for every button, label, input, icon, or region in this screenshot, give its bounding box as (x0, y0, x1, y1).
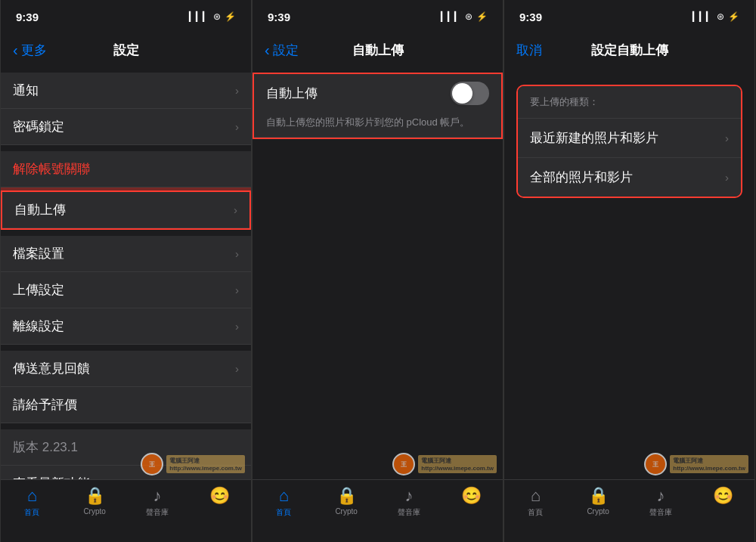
face-icon-1: 😊 (209, 486, 230, 506)
wifi-icon-2: ⊛ (465, 11, 472, 22)
audio-icon-2: ♪ (404, 486, 413, 506)
watermark-text-2: 電腦王阿達 http://www.imepe.com.tw (418, 455, 497, 473)
upload-type-section: 要上傳的種類： 最近新建的照片和影片 › 全部的照片和影片 › (516, 85, 742, 198)
nav-title-3: 設定自動上傳 (591, 42, 668, 59)
nav-title-1: 設定 (113, 42, 139, 59)
crypto-icon-2: 🔒 (336, 486, 357, 506)
tab-crypto-2[interactable]: 🔒 Crypto (315, 486, 378, 516)
home-label-2: 首頁 (276, 507, 291, 518)
status-time-2: 9:39 (268, 11, 290, 23)
watermark-3: 王 電腦王阿達 http://www.imepe.com.tw (644, 453, 748, 475)
toggle-switch[interactable] (451, 82, 489, 105)
phone-screen-3: 9:39 ▎▎▎ ⊛ ⚡ 取消 設定自動上傳 要上傳的種類： 最近新建的照片和影… (503, 0, 755, 542)
tab-bar-1: ⌂ 首頁 🔒 Crypto ♪ 聲音庫 😊 (1, 479, 251, 542)
crypto-label-2: Crypto (335, 507, 357, 516)
signal-icon-3: ▎▎▎ (692, 11, 713, 22)
uploadsettings-chevron: › (235, 283, 239, 296)
tab-audio-2[interactable]: ♪ 聲音庫 (378, 486, 441, 518)
feedback-label: 傳送意見回饋 (13, 360, 90, 377)
upload-type-header: 要上傳的種類： (518, 86, 741, 118)
battery-icon: ⚡ (225, 11, 236, 22)
audio-label-3: 聲音庫 (649, 507, 672, 518)
offlinesettings-chevron: › (235, 320, 239, 333)
cancel-button[interactable]: 取消 (516, 42, 542, 59)
home-label-1: 首頁 (24, 507, 39, 518)
status-icons-3: ▎▎▎ ⊛ ⚡ (692, 11, 739, 22)
section-files: 檔案設置 › 上傳設定 › 離線設定 › (1, 236, 251, 345)
settings-item-unlink[interactable]: 解除帳號關聯 (1, 151, 251, 187)
settings-item-offlinesettings[interactable]: 離線設定 › (1, 308, 251, 345)
feedback-chevron: › (235, 362, 239, 375)
section-unlink: 解除帳號關聯 (1, 151, 251, 187)
filesettings-chevron: › (235, 247, 239, 260)
tab-home-2[interactable]: ⌂ 首頁 (253, 486, 315, 518)
tab-face-1[interactable]: 😊 (188, 486, 251, 507)
settings-item-filesettings[interactable]: 檔案設置 › (1, 236, 251, 272)
settings-item-password[interactable]: 密碼鎖定 › (1, 109, 251, 145)
status-icons-2: ▎▎▎ ⊛ ⚡ (441, 11, 488, 22)
audio-label-1: 聲音庫 (146, 507, 169, 518)
face-icon-3: 😊 (713, 486, 733, 506)
settings-item-rate[interactable]: 請給予評價 (1, 387, 251, 423)
phone-screen-2: 9:39 ▎▎▎ ⊛ ⚡ ‹ 設定 自動上傳 自動上傳 自動上傳您的照片和影片到… (252, 0, 503, 542)
nav-back-label-2: 設定 (273, 42, 299, 59)
watermark-2: 王 電腦王阿達 http://www.imepe.com.tw (392, 453, 497, 475)
face-icon-2: 😊 (461, 486, 482, 506)
nav-back-2[interactable]: ‹ 設定 (265, 42, 299, 59)
offlinesettings-label: 離線設定 (13, 317, 64, 335)
section-feedback: 傳送意見回饋 › 請給予評價 (1, 351, 251, 423)
section-notifications: 通知 › 密碼鎖定 › (1, 73, 251, 145)
nav-bar-3: 取消 設定自動上傳 (504, 33, 754, 67)
screen1-content: 通知 › 密碼鎖定 › 解除帳號關聯 自動上傳 › 檔案 (1, 67, 251, 479)
home-icon-2: ⌂ (279, 486, 289, 506)
autoupload-label: 自動上傳 (14, 201, 66, 218)
toggle-label: 自動上傳 (266, 85, 318, 102)
tab-audio-1[interactable]: ♪ 聲音庫 (126, 486, 189, 518)
home-label-3: 首頁 (528, 507, 543, 518)
password-label: 密碼鎖定 (13, 118, 64, 135)
upload-option-all[interactable]: 全部的照片和影片 › (518, 157, 741, 197)
upload-option-recent[interactable]: 最近新建的照片和影片 › (518, 118, 741, 157)
autoupload-toggle-section: 自動上傳 自動上傳您的照片和影片到您的 pCloud 帳戶。 (253, 73, 503, 139)
status-time-1: 9:39 (16, 11, 39, 23)
settings-item-feedback[interactable]: 傳送意見回饋 › (1, 351, 251, 387)
battery-icon-2: ⚡ (476, 11, 488, 22)
unlink-label: 解除帳號關聯 (13, 160, 90, 178)
nav-title-2: 自動上傳 (352, 42, 404, 59)
tab-bar-3: ⌂ 首頁 🔒 Crypto ♪ 聲音庫 😊 (504, 479, 754, 542)
nav-back-1[interactable]: ‹ 更多 (13, 42, 47, 59)
chevron-left-icon: ‹ (13, 42, 18, 59)
wifi-icon: ⊛ (213, 11, 221, 22)
audio-icon-3: ♪ (656, 486, 665, 506)
watermark-text-3: 電腦王阿達 http://www.imepe.com.tw (670, 455, 748, 473)
tab-face-3[interactable]: 😊 (692, 486, 754, 507)
settings-item-notification[interactable]: 通知 › (1, 73, 251, 109)
nav-bar-1: ‹ 更多 設定 (1, 33, 251, 67)
settings-item-autoupload[interactable]: 自動上傳 › (2, 192, 249, 228)
password-chevron: › (235, 120, 239, 133)
status-bar-1: 9:39 ▎▎▎ ⊛ ⚡ (1, 0, 251, 33)
watermark-face-2: 王 (392, 453, 415, 475)
tab-crypto-3[interactable]: 🔒 Crypto (567, 486, 630, 516)
upload-option-all-chevron: › (725, 171, 729, 184)
tab-home-1[interactable]: ⌂ 首頁 (1, 486, 64, 518)
crypto-icon-3: 🔒 (588, 486, 609, 506)
signal-icon: ▎▎▎ (189, 11, 209, 22)
tab-crypto-1[interactable]: 🔒 Crypto (64, 486, 126, 516)
settings-item-uploadsettings[interactable]: 上傳設定 › (1, 272, 251, 308)
toggle-row: 自動上傳 (254, 74, 501, 113)
tab-audio-3[interactable]: ♪ 聲音庫 (630, 486, 692, 518)
tab-home-3[interactable]: ⌂ 首頁 (504, 486, 567, 518)
crypto-label-1: Crypto (83, 507, 105, 516)
battery-icon-3: ⚡ (728, 11, 739, 22)
rate-label: 請給予評價 (13, 396, 77, 413)
signal-icon-2: ▎▎▎ (441, 11, 461, 22)
tab-face-2[interactable]: 😊 (440, 486, 503, 507)
upload-option-recent-label: 最近新建的照片和影片 (530, 129, 658, 147)
uploadsettings-label: 上傳設定 (13, 281, 64, 299)
upload-option-all-label: 全部的照片和影片 (530, 169, 633, 186)
audio-icon-1: ♪ (153, 486, 161, 506)
section-autoupload-highlight: 自動上傳 › (1, 190, 251, 230)
status-time-3: 9:39 (519, 11, 542, 23)
status-icons-1: ▎▎▎ ⊛ ⚡ (189, 11, 236, 22)
